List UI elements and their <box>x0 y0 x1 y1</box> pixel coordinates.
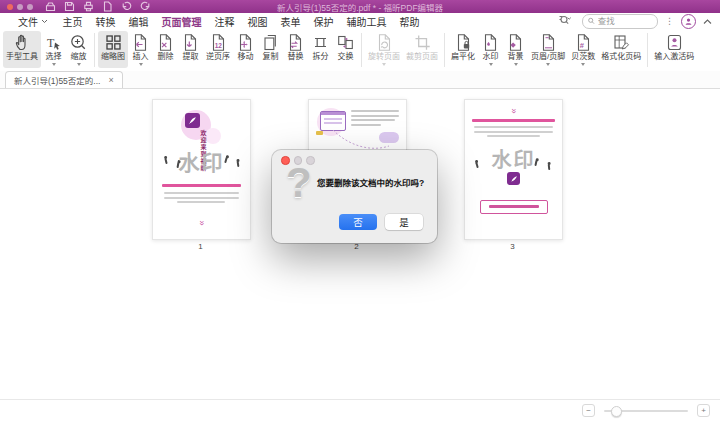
zoom-control: − + <box>582 400 710 421</box>
toolbar-item-activation-code[interactable]: 输入激活码 <box>651 31 697 68</box>
close-tab-icon[interactable]: × <box>108 75 113 85</box>
person-icon <box>684 17 693 26</box>
search-input[interactable] <box>598 16 652 26</box>
toolbar-item-page-copy[interactable]: 复制 <box>258 31 283 68</box>
format-page-number-icon <box>612 33 631 52</box>
find-options-icon[interactable] <box>559 15 575 28</box>
dropdown-caret-icon <box>52 62 56 68</box>
redo-icon[interactable] <box>140 1 151 12</box>
ribbon-tab-bar: 文件 主页转换编辑页面管理注释视图表单保护辅助工具帮助 ⋮ <box>0 13 720 29</box>
toolbar-item-select-cursor[interactable]: T选择 <box>41 31 66 68</box>
toolbar-item-page-rotate: 旋转页面 <box>365 31 403 68</box>
toolbar-item-page-insert[interactable]: 插入 <box>128 31 153 68</box>
page-extract-icon <box>181 33 200 52</box>
toolbar-item-zoom-plus[interactable]: 缩放 <box>66 31 91 68</box>
zoom-slider[interactable] <box>604 410 688 412</box>
dropdown-caret-icon <box>514 62 518 68</box>
print-icon[interactable] <box>83 1 94 12</box>
zoom-window-button[interactable] <box>27 4 33 10</box>
toolbar-item-format-page-number[interactable]: 格式化页码 <box>598 31 644 68</box>
toolbar-item-page-move[interactable]: 移动 <box>233 31 258 68</box>
toolbar-item-page-delete[interactable]: 删除 <box>153 31 178 68</box>
toolbar-item-label: 替换 <box>288 53 304 62</box>
toolbar-item-watermark[interactable]: 水印 <box>478 31 503 68</box>
zoom-out-button[interactable]: − <box>582 404 595 417</box>
toolbar-item-label: 插入 <box>133 53 149 62</box>
toolbar-item-label: 拆分 <box>313 53 329 62</box>
toolbar-item-label: 缩放 <box>71 53 87 62</box>
dropdown-caret-icon <box>382 62 386 68</box>
toolbar-item-label: 手型工具 <box>6 53 38 62</box>
toolbar-item-background[interactable]: 背景 <box>503 31 528 68</box>
page-insert-icon <box>131 33 150 52</box>
ribbon-tab-主页[interactable]: 主页 <box>56 13 89 30</box>
toolbar-item-header-footer[interactable]: 页眉/页脚 <box>528 31 568 68</box>
toolbar-item-page-replace[interactable]: 替换 <box>283 31 308 68</box>
more-options-icon[interactable]: ⋮ <box>665 17 674 26</box>
account-avatar[interactable] <box>681 14 696 29</box>
document-tab[interactable]: 新人引导(1)55否定的... × <box>5 71 123 88</box>
hand-icon <box>13 33 32 52</box>
dropdown-caret-icon <box>581 62 585 68</box>
ribbon-tab-编辑[interactable]: 编辑 <box>122 13 155 30</box>
search-box[interactable] <box>582 14 658 29</box>
page-thumbnail-1[interactable]: 欢迎来到福昕 水印 » <box>152 99 251 240</box>
text-line-decor <box>487 135 540 137</box>
zoom-in-button[interactable]: + <box>697 404 710 417</box>
toolbar-item-page-split[interactable]: 拆分 <box>308 31 333 68</box>
toolbar-item-hand[interactable]: 手型工具 <box>3 31 41 68</box>
toolbar-item-label: 删除 <box>158 53 174 62</box>
minimize-window-button[interactable] <box>17 4 23 10</box>
yes-button[interactable]: 是 <box>385 214 423 230</box>
ribbon-tab-视图[interactable]: 视图 <box>241 13 274 30</box>
document-icon[interactable] <box>102 1 113 12</box>
toolbar-item-flatten[interactable]: 扁平化 <box>448 31 478 68</box>
toolbar-item-page-reverse[interactable]: 12逆页序 <box>203 31 233 68</box>
toolbar-item-label: 选择 <box>46 53 62 62</box>
watermark-text: 水印 <box>153 146 250 176</box>
page-thumbnail-3[interactable]: » 水印 <box>464 99 563 240</box>
save-icon[interactable] <box>64 1 75 12</box>
toolbar-item-page-swap[interactable]: 交换 <box>333 31 358 68</box>
dropdown-caret-icon <box>489 62 493 68</box>
open-icon[interactable] <box>45 1 56 12</box>
ribbon-tab-帮助[interactable]: 帮助 <box>393 13 426 30</box>
toolbar-item-label: 提取 <box>183 53 199 62</box>
select-cursor-icon: T <box>44 33 63 52</box>
collapse-ribbon-icon[interactable] <box>703 16 712 27</box>
no-button[interactable]: 否 <box>339 214 377 230</box>
page-rotate-icon <box>375 33 394 52</box>
ribbon-tab-辅助工具[interactable]: 辅助工具 <box>340 13 393 30</box>
status-bar: − + <box>0 399 720 421</box>
toolbar-item-thumbnails-grid[interactable]: 缩略图 <box>98 31 128 68</box>
toolbar-item-page-extract[interactable]: 提取 <box>178 31 203 68</box>
cloud-decor <box>379 132 399 143</box>
undo-icon[interactable] <box>121 1 132 12</box>
bates-number-icon: # <box>574 33 593 52</box>
dropdown-caret-icon <box>77 62 81 68</box>
toolbar-divider <box>444 33 445 67</box>
ribbon-tab-注释[interactable]: 注释 <box>208 13 241 30</box>
page-number-2: 2 <box>308 242 405 251</box>
activation-code-icon <box>665 33 684 52</box>
toolbar-item-label: 缩略图 <box>101 53 125 62</box>
page-management-toolbar: 手型工具T选择缩放缩略图插入删除提取12逆页序移动复制替换拆分交换旋转页面裁剪页… <box>0 29 720 73</box>
zoom-slider-knob[interactable] <box>611 406 622 417</box>
ribbon-tab-表单[interactable]: 表单 <box>274 13 307 30</box>
svg-text:T: T <box>47 36 55 50</box>
toolbar-item-bates-number[interactable]: #贝茨数 <box>568 31 598 68</box>
close-window-button[interactable] <box>7 4 13 10</box>
ribbon-tab-保护[interactable]: 保护 <box>307 13 340 30</box>
toolbar-item-label: 背景 <box>508 53 524 62</box>
page-number-3: 3 <box>464 242 561 251</box>
ribbon-tab-页面管理[interactable]: 页面管理 <box>155 13 208 30</box>
flatten-icon <box>454 33 473 52</box>
file-menu[interactable]: 文件 <box>18 14 48 29</box>
chevron-down-icon <box>41 19 48 24</box>
ribbon-tab-转换[interactable]: 转换 <box>89 13 122 30</box>
dropdown-caret-icon <box>546 62 550 68</box>
background-icon <box>506 33 525 52</box>
page-replace-icon <box>286 33 305 52</box>
window-controls <box>7 4 33 10</box>
thumbnails-grid-icon <box>104 33 123 52</box>
